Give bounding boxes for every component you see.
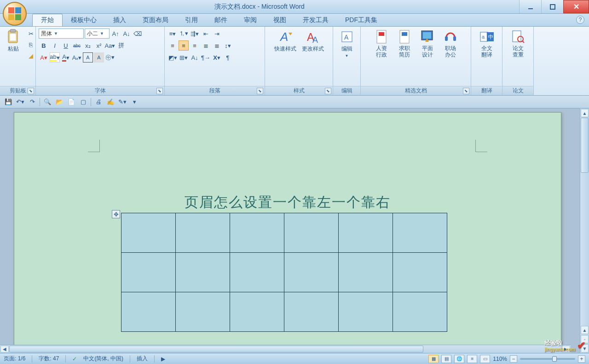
- qat-preview-button[interactable]: 🔍: [43, 97, 52, 107]
- tab-templates[interactable]: 模板中心: [63, 14, 105, 26]
- table-move-handle[interactable]: ✥: [112, 210, 120, 218]
- font-launcher[interactable]: ⬊: [156, 88, 163, 94]
- zoom-value[interactable]: 110%: [493, 356, 507, 362]
- strike-button[interactable]: abc: [72, 40, 82, 51]
- macro-icon[interactable]: ▶: [161, 356, 165, 362]
- copy-button[interactable]: ⎘: [26, 40, 36, 50]
- change-case-button[interactable]: Aa▾: [105, 40, 115, 51]
- help-button[interactable]: ?: [576, 16, 584, 24]
- insert-mode[interactable]: 插入: [137, 355, 148, 363]
- enclose-char-button[interactable]: ㊥▾: [105, 52, 115, 63]
- language-indicator[interactable]: 中文(简体, 中国): [83, 355, 123, 363]
- font-color-button[interactable]: A▾: [61, 52, 71, 63]
- char-shading-button[interactable]: A: [94, 52, 104, 63]
- cut-button[interactable]: ✂: [26, 28, 36, 39]
- resume-button[interactable]: 求职 简历: [394, 28, 415, 59]
- edit-button[interactable]: A 编辑▼: [336, 28, 358, 59]
- grow-font-button[interactable]: A↑: [110, 28, 121, 39]
- qat-more-button[interactable]: ▾: [130, 97, 139, 107]
- sort-button[interactable]: A↓: [190, 52, 200, 63]
- clear-format-button[interactable]: ⌫: [133, 28, 143, 39]
- tab-references[interactable]: 引用: [177, 14, 206, 26]
- tab-view[interactable]: 视图: [265, 14, 294, 26]
- maximize-button[interactable]: [541, 0, 563, 13]
- clipboard-launcher[interactable]: ⬊: [28, 88, 34, 94]
- paragraph-launcher[interactable]: ⬊: [257, 88, 263, 94]
- h-scroll-thumb[interactable]: [9, 346, 423, 353]
- docs-launcher[interactable]: ⬊: [463, 88, 469, 94]
- tab-layout[interactable]: 页面布局: [134, 14, 177, 26]
- shading-button[interactable]: ◩▾: [167, 52, 178, 63]
- superscript-button[interactable]: x²: [94, 40, 104, 51]
- bullets-button[interactable]: ≡▾: [167, 28, 178, 39]
- close-button[interactable]: ✕: [563, 0, 589, 13]
- align-left-button[interactable]: ≡: [167, 40, 178, 51]
- page-indicator[interactable]: 页面: 1/6: [4, 355, 25, 363]
- office-docs-button[interactable]: 职场 办公: [440, 28, 461, 59]
- line-spacing-button[interactable]: ↕▾: [223, 40, 233, 51]
- text-direction-button[interactable]: X▾: [212, 52, 222, 63]
- qat-brush-button[interactable]: ✍: [106, 97, 115, 107]
- fullscreen-view[interactable]: ▤: [441, 355, 451, 363]
- text-effects-button[interactable]: A▾: [39, 52, 49, 63]
- zoom-slider[interactable]: [520, 358, 575, 360]
- paste-button[interactable]: 粘贴: [3, 28, 24, 54]
- vertical-scrollbar[interactable]: ▲ ▲ ◦ ▼: [580, 108, 589, 353]
- save-button[interactable]: 💾: [4, 97, 13, 107]
- font-name-combo[interactable]: 黑体▼: [39, 28, 84, 39]
- document-table[interactable]: [121, 213, 447, 332]
- justify-button[interactable]: ≣: [201, 40, 211, 51]
- borders-button[interactable]: ⊞▾: [179, 52, 189, 63]
- align-center-button[interactable]: ≡: [179, 40, 189, 51]
- office-button[interactable]: [3, 2, 27, 26]
- v-scroll-thumb[interactable]: [581, 118, 589, 173]
- tab-review[interactable]: 审阅: [236, 14, 265, 26]
- thesis-check-button[interactable]: 论文 查重: [508, 28, 529, 59]
- hr-docs-button[interactable]: 人资 行政: [371, 28, 392, 59]
- spell-check-icon[interactable]: ✓: [72, 356, 77, 362]
- document-area[interactable]: 页眉怎么设置一个靠左一个靠右 ✥ ◀ ▶: [0, 108, 580, 353]
- prev-page-button[interactable]: ▲: [581, 326, 589, 334]
- decrease-indent-button[interactable]: ⇤: [201, 28, 211, 39]
- tab-pdf[interactable]: PDF工具集: [337, 14, 386, 26]
- char-border-button[interactable]: A: [83, 52, 93, 63]
- print-layout-view[interactable]: ▦: [428, 355, 439, 363]
- qat-print-button[interactable]: 🖨: [94, 97, 103, 107]
- italic-button[interactable]: I: [50, 40, 60, 51]
- phonetic-button[interactable]: 拼: [116, 40, 126, 51]
- web-view[interactable]: 🌐: [454, 355, 464, 363]
- redo-button[interactable]: ↷: [28, 97, 37, 107]
- qat-new-button[interactable]: 📄: [67, 97, 76, 107]
- align-right-button[interactable]: ≡: [190, 40, 200, 51]
- distribute-button[interactable]: ≣: [212, 40, 222, 51]
- tab-mail[interactable]: 邮件: [206, 14, 236, 26]
- tab-insert[interactable]: 插入: [105, 14, 134, 26]
- zoom-in-button[interactable]: +: [578, 355, 585, 363]
- bold-button[interactable]: B: [39, 40, 49, 51]
- outline-view[interactable]: ≡: [467, 355, 477, 363]
- styles-launcher[interactable]: ⬊: [325, 88, 331, 94]
- design-button[interactable]: 平面 设计: [417, 28, 438, 59]
- numbering-button[interactable]: ⒈▾: [179, 28, 189, 39]
- subscript-button[interactable]: x₂: [83, 40, 93, 51]
- highlight-button[interactable]: ab▾: [50, 52, 60, 63]
- scroll-left-button[interactable]: ◀: [0, 346, 9, 353]
- qat-blank-button[interactable]: ▢: [79, 97, 88, 107]
- draft-view[interactable]: ▭: [480, 355, 490, 363]
- underline-button[interactable]: U: [61, 40, 71, 51]
- zoom-slider-knob[interactable]: [552, 356, 557, 362]
- char-scale-button[interactable]: Aₐ▾: [72, 52, 82, 63]
- qat-pen-button[interactable]: ✎▾: [118, 97, 127, 107]
- quick-styles-button[interactable]: A 快速样式: [272, 28, 298, 54]
- translate-button[interactable]: a中全文 翻译: [476, 28, 497, 59]
- word-count[interactable]: 字数: 47: [39, 355, 59, 363]
- font-size-combo[interactable]: 小二▼: [85, 28, 110, 39]
- multilevel-button[interactable]: ⇶▾: [190, 28, 200, 39]
- horizontal-scrollbar[interactable]: ◀ ▶: [0, 345, 571, 353]
- show-marks-button[interactable]: ¶: [223, 52, 233, 63]
- zoom-out-button[interactable]: −: [510, 355, 517, 363]
- undo-button[interactable]: ↶▾: [16, 97, 25, 107]
- scroll-up-button[interactable]: ▲: [581, 109, 589, 117]
- minimize-button[interactable]: [519, 0, 541, 13]
- change-styles-button[interactable]: AA 更改样式: [300, 28, 326, 54]
